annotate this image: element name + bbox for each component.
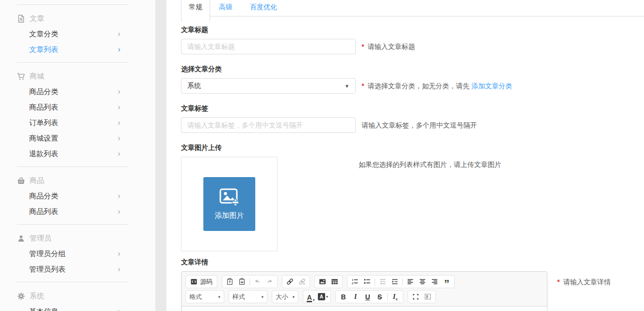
image-icon xyxy=(319,278,326,285)
link-button[interactable] xyxy=(284,276,296,287)
article-tags-help: 请输入文章标签，多个用中文逗号隔开 xyxy=(362,117,477,133)
paste-as-text-button[interactable]: T xyxy=(224,276,236,287)
sidebar-item-mall-settings[interactable]: 商城设置 › xyxy=(0,131,155,146)
unlink-icon xyxy=(298,278,306,285)
sidebar-item-article-category[interactable]: 文章分类 › xyxy=(0,26,155,42)
sidebar-group-admin[interactable]: 管理员 xyxy=(0,230,155,246)
indent-icon xyxy=(391,278,398,285)
add-image-button[interactable]: 添加图片 xyxy=(203,177,255,231)
insert-table-button[interactable] xyxy=(329,276,341,287)
bulleted-list-icon xyxy=(363,278,371,285)
sidebar-item-product-list[interactable]: 商品列表 › xyxy=(0,204,155,219)
article-edit-page: 文章 文章分类 › 文章列表 › 商城 商品分类 › 商品列表 › 订单列表 › xyxy=(0,0,644,311)
article-image-help: 如果您选择的列表样式有图片，请上传文章图片 xyxy=(359,157,501,169)
sidebar-item-refund-list[interactable]: 退款列表 › xyxy=(0,146,155,162)
chevron-right-icon: › xyxy=(118,192,120,200)
text-color-button[interactable]: A ▾ xyxy=(305,291,317,302)
format-dropdown[interactable]: 格式 ▾ xyxy=(185,290,224,303)
sidebar-group-label: 商品 xyxy=(30,176,44,185)
paste-from-word-button[interactable]: W xyxy=(236,276,248,287)
article-detail-help: *请输入文章详情 xyxy=(557,271,611,287)
style-dropdown[interactable]: 样式 ▾ xyxy=(229,290,267,303)
chevron-right-icon: › xyxy=(118,30,120,38)
table-icon xyxy=(331,278,338,285)
chevron-right-icon: › xyxy=(118,103,120,111)
tab-baidu-seo[interactable]: 百度优化 xyxy=(250,0,277,14)
sidebar-item-admin-list[interactable]: 管理员列表 › xyxy=(0,262,155,277)
chevron-right-icon: › xyxy=(118,208,120,215)
background-color-button[interactable]: A ▾ xyxy=(317,291,329,302)
source-code-button[interactable]: 源码 xyxy=(187,276,215,287)
strikethrough-button[interactable]: S xyxy=(374,291,386,302)
paste-word-icon: W xyxy=(238,278,246,285)
sidebar-item-order-list[interactable]: 订单列表 › xyxy=(0,115,155,131)
chevron-right-icon: › xyxy=(118,265,120,273)
article-image-row: 文章图片上传 添加图片 xyxy=(181,144,644,251)
blockquote-button[interactable]: ” xyxy=(441,276,453,287)
sidebar-item-article-list[interactable]: 文章列表 › xyxy=(0,42,155,57)
svg-text:W: W xyxy=(241,280,244,284)
sidebar-group-label: 管理员 xyxy=(30,234,51,243)
sidebar-group-label: 系统 xyxy=(30,292,44,301)
chevron-right-icon: › xyxy=(118,46,120,53)
align-center-icon xyxy=(419,278,426,285)
divider xyxy=(17,4,129,5)
maximize-button[interactable] xyxy=(410,291,422,302)
sidebar-group-article[interactable]: 文章 xyxy=(0,11,155,26)
increase-indent-button[interactable] xyxy=(389,276,401,287)
sidebar-item-basic-info[interactable]: 基本信息 › xyxy=(0,304,155,311)
sidebar-group-mall[interactable]: 商城 xyxy=(0,68,155,84)
add-category-link[interactable]: 添加文章分类 xyxy=(471,82,512,90)
article-category-select[interactable]: 系统 ▼ xyxy=(181,78,356,94)
undo-button[interactable] xyxy=(251,276,264,287)
divider xyxy=(17,224,129,225)
outdent-icon xyxy=(379,278,386,285)
article-category-help: *请选择文章分类，如无分类，请先添加文章分类 xyxy=(362,78,512,94)
article-tags-label: 文章标签 xyxy=(181,104,644,113)
sidebar-item-admin-group[interactable]: 管理员分组 › xyxy=(0,246,155,262)
chevron-right-icon: › xyxy=(118,134,120,142)
underline-button[interactable]: U xyxy=(362,291,374,302)
show-blocks-button[interactable] xyxy=(422,291,434,302)
article-detail-row: 文章详情 源码 xyxy=(181,258,644,311)
chevron-right-icon: › xyxy=(118,88,120,96)
tab-advanced[interactable]: 高级 xyxy=(219,0,232,14)
article-tags-input[interactable] xyxy=(181,117,356,133)
paste-text-icon: T xyxy=(226,278,233,285)
bold-button[interactable]: B xyxy=(337,291,349,302)
font-size-dropdown[interactable]: 大小 ▾ xyxy=(272,290,298,303)
sidebar-item-goods-category[interactable]: 商品分类 › xyxy=(0,84,155,99)
main-content: 常规 高级 百度优化 文章标题 *请输入文章标题 选择文章分类 系统 ▼ xyxy=(166,0,644,311)
editor-toolbar: 源码 T W xyxy=(182,272,547,306)
bulleted-list-button[interactable] xyxy=(361,276,373,287)
divider xyxy=(17,166,129,167)
sidebar-item-goods-list[interactable]: 商品列表 › xyxy=(0,99,155,115)
sidebar-group-system[interactable]: 系统 xyxy=(0,288,155,304)
editor-content-area[interactable] xyxy=(182,306,547,311)
source-icon xyxy=(190,278,198,285)
align-center-button[interactable] xyxy=(416,276,429,287)
caret-down-icon: ▾ xyxy=(218,295,220,299)
redo-icon xyxy=(266,278,273,285)
image-upload-box: 添加图片 xyxy=(181,157,278,251)
italic-button[interactable]: I xyxy=(349,291,362,302)
redo-button[interactable] xyxy=(264,276,276,287)
insert-image-button[interactable] xyxy=(316,276,329,287)
chevron-right-icon: › xyxy=(118,308,120,311)
sidebar-group-product[interactable]: 商品 xyxy=(0,173,155,188)
add-image-button-label: 添加图片 xyxy=(215,211,244,220)
numbered-list-icon: 12 xyxy=(351,278,359,285)
caret-down-icon: ▾ xyxy=(292,295,295,299)
remove-format-button[interactable]: Ix xyxy=(389,291,401,302)
tab-general[interactable]: 常规 xyxy=(181,0,210,22)
decrease-indent-button[interactable] xyxy=(377,276,389,287)
align-right-button[interactable] xyxy=(429,276,441,287)
unlink-button[interactable] xyxy=(296,276,308,287)
basket-icon xyxy=(17,177,25,185)
article-detail-label: 文章详情 xyxy=(181,258,644,267)
numbered-list-button[interactable]: 12 xyxy=(349,276,361,287)
article-title-input[interactable] xyxy=(181,39,356,54)
gear-icon xyxy=(17,292,25,300)
align-left-button[interactable] xyxy=(404,276,416,287)
sidebar-item-product-category[interactable]: 商品分类 › xyxy=(0,188,155,204)
